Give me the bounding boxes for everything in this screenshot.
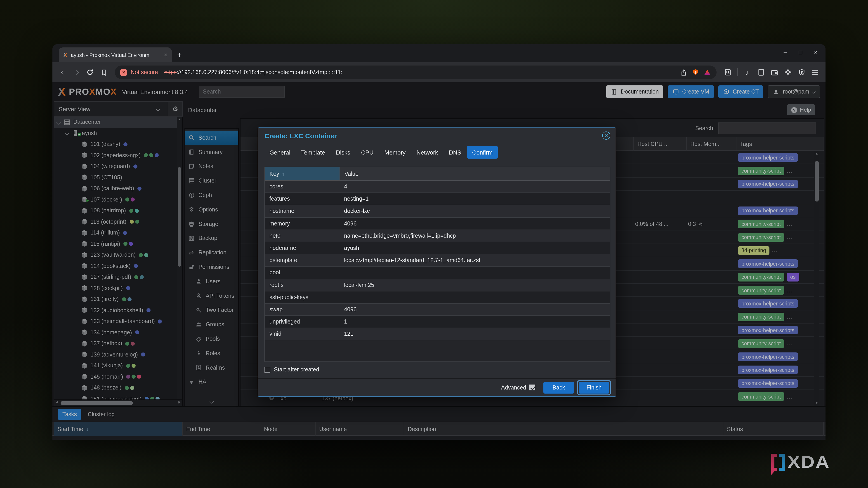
confirm-value: 1 xyxy=(340,319,610,325)
key-column-header[interactable]: Key ↑ xyxy=(265,167,340,180)
bookmark-icon[interactable] xyxy=(99,68,107,76)
tab-close-icon[interactable]: × xyxy=(164,52,167,58)
xda-watermark: XDA xyxy=(771,453,826,472)
dialog-tab-cpu[interactable]: CPU xyxy=(356,146,379,159)
confirm-value: 4 xyxy=(340,184,610,190)
confirm-value: nesting=1 xyxy=(340,196,610,202)
confirm-value: docker-lxc xyxy=(340,208,610,215)
confirm-value: 4096 xyxy=(340,220,610,227)
confirm-grid: Key ↑ Value cores4featuresnesting=1hostn… xyxy=(265,167,610,362)
dialog-tab-general[interactable]: General xyxy=(265,146,296,159)
confirm-row[interactable]: ssh-public-keys xyxy=(265,291,610,303)
dialog-tab-memory[interactable]: Memory xyxy=(379,146,410,159)
sort-asc-icon: ↑ xyxy=(282,170,285,177)
forward-icon[interactable] xyxy=(72,68,81,76)
dialog-tab-network[interactable]: Network xyxy=(411,146,443,159)
brave-rewards-icon[interactable] xyxy=(703,68,711,76)
window-controls: – □ × xyxy=(784,49,817,56)
confirm-row[interactable]: nodenameayush xyxy=(265,242,610,254)
confirm-key: ssh-public-keys xyxy=(265,294,340,300)
proxmox-app: X PROXMOX Virtual Environment 8.3.4 Docu… xyxy=(53,82,826,440)
confirm-row[interactable]: hostnamedocker-lxc xyxy=(265,205,610,218)
confirm-key: nodename xyxy=(265,245,340,251)
dialog-tab-disks[interactable]: Disks xyxy=(331,146,355,159)
confirm-key: unprivileged xyxy=(265,319,340,325)
confirm-key: ostemplate xyxy=(265,257,340,263)
confirm-value: local-lvm:25 xyxy=(340,282,610,288)
confirm-value: 121 xyxy=(340,331,610,337)
xda-right-bracket-icon xyxy=(779,454,785,471)
screenshot-stage: XDA X ayush - Proxmox Virtual Environm ×… xyxy=(0,0,868,488)
confirm-row[interactable]: memory4096 xyxy=(265,218,610,230)
minimize-button[interactable]: – xyxy=(784,49,787,56)
music-icon[interactable]: ♪ xyxy=(743,68,751,76)
confirm-row[interactable]: cores4 xyxy=(265,181,610,193)
confirm-value: 4096 xyxy=(340,306,610,313)
url-rest: ://192.168.0.227:8006/#v1:0:18:4:=jscons… xyxy=(177,69,342,75)
value-column-header[interactable]: Value xyxy=(340,167,610,180)
tab-title: ayush - Proxmox Virtual Environm xyxy=(71,52,160,58)
confirm-key: hostname xyxy=(265,208,340,215)
reading-mode-icon[interactable] xyxy=(757,68,765,76)
confirm-row[interactable]: net0name=eth0,bridge=vmbr0,firewall=1,ip… xyxy=(265,230,610,242)
confirm-key: net0 xyxy=(265,233,340,239)
confirm-row[interactable]: featuresnesting=1 xyxy=(265,193,610,205)
dialog-tabs: GeneralTemplateDisksCPUMemoryNetworkDNSC… xyxy=(265,146,498,159)
maximize-button[interactable]: □ xyxy=(799,49,802,56)
brave-shield-icon[interactable] xyxy=(691,68,700,76)
not-secure-label[interactable]: Not secure xyxy=(131,69,158,75)
confirm-value: ayush xyxy=(340,245,610,251)
xda-logo-text: XDA xyxy=(787,453,830,472)
confirm-row[interactable]: unprivileged1 xyxy=(265,316,610,328)
confirm-key: vmid xyxy=(265,331,340,337)
confirm-key: swap xyxy=(265,306,340,313)
back-button[interactable]: Back xyxy=(544,382,574,393)
confirm-row[interactable]: rootfslocal-lvm:25 xyxy=(265,279,610,291)
toolbar-divider xyxy=(737,68,738,76)
confirm-value: local:vztmpl/debian-12-standard_12.7-1_a… xyxy=(340,257,610,263)
browser-toolbar: ✕ Not secure https://192.168.0.227:8006/… xyxy=(53,62,826,82)
proxmox-favicon-icon: X xyxy=(63,52,67,58)
share-icon[interactable] xyxy=(680,68,688,76)
dialog-footer: Advanced Back Finish xyxy=(258,378,616,396)
confirm-row[interactable]: vmid121 xyxy=(265,328,610,340)
dialog-tab-dns[interactable]: DNS xyxy=(444,146,466,159)
address-bar[interactable]: ✕ Not secure https://192.168.0.227:8006/… xyxy=(115,66,717,79)
not-secure-badge-icon: ✕ xyxy=(120,69,127,76)
confirm-value: name=eth0,bridge=vmbr0,firewall=1,ip=dhc… xyxy=(340,233,610,239)
close-window-button[interactable]: × xyxy=(814,49,817,56)
start-after-created-checkbox[interactable]: Start after created xyxy=(265,366,319,373)
leo-ai-icon[interactable] xyxy=(784,68,792,76)
wallet-icon[interactable] xyxy=(770,68,778,76)
create-lxc-dialog: Create: LXC Container ✕ GeneralTemplateD… xyxy=(258,127,616,397)
vpn-shield-icon[interactable] xyxy=(798,68,806,76)
checkbox-unchecked-icon[interactable] xyxy=(265,367,270,372)
url-text[interactable]: https://192.168.0.227:8006/#v1:0:18:4:=j… xyxy=(164,69,676,75)
dialog-tab-confirm[interactable]: Confirm xyxy=(467,146,498,159)
dialog-title: Create: LXC Container xyxy=(265,132,337,140)
dialog-close-icon[interactable]: ✕ xyxy=(602,131,610,140)
new-tab-button[interactable]: + xyxy=(177,51,182,60)
confirm-key: cores xyxy=(265,184,340,190)
browser-window: X ayush - Proxmox Virtual Environm × + –… xyxy=(53,44,826,440)
confirm-key: pool xyxy=(265,269,340,276)
confirm-key: memory xyxy=(265,220,340,227)
dialog-tab-template[interactable]: Template xyxy=(296,146,330,159)
confirm-key: rootfs xyxy=(265,282,340,288)
reload-icon[interactable] xyxy=(86,68,94,76)
tab-strip: X ayush - Proxmox Virtual Environm × + –… xyxy=(53,44,826,62)
confirm-row[interactable]: pool xyxy=(265,267,610,279)
confirm-grid-header: Key ↑ Value xyxy=(265,167,610,181)
confirm-key: features xyxy=(265,196,340,202)
checkbox-checked-icon[interactable] xyxy=(529,385,535,390)
sidebar-search-icon[interactable] xyxy=(724,68,732,76)
xda-left-bracket-icon xyxy=(771,454,777,471)
menu-icon[interactable] xyxy=(811,68,819,76)
confirm-row[interactable]: ostemplatelocal:vztmpl/debian-12-standar… xyxy=(265,254,610,267)
confirm-row[interactable]: swap4096 xyxy=(265,304,610,316)
advanced-checkbox[interactable]: Advanced xyxy=(501,384,535,391)
url-scheme: https xyxy=(164,69,177,75)
finish-button[interactable]: Finish xyxy=(579,382,610,393)
browser-tab[interactable]: X ayush - Proxmox Virtual Environm × xyxy=(59,47,172,62)
back-icon[interactable] xyxy=(59,68,67,76)
